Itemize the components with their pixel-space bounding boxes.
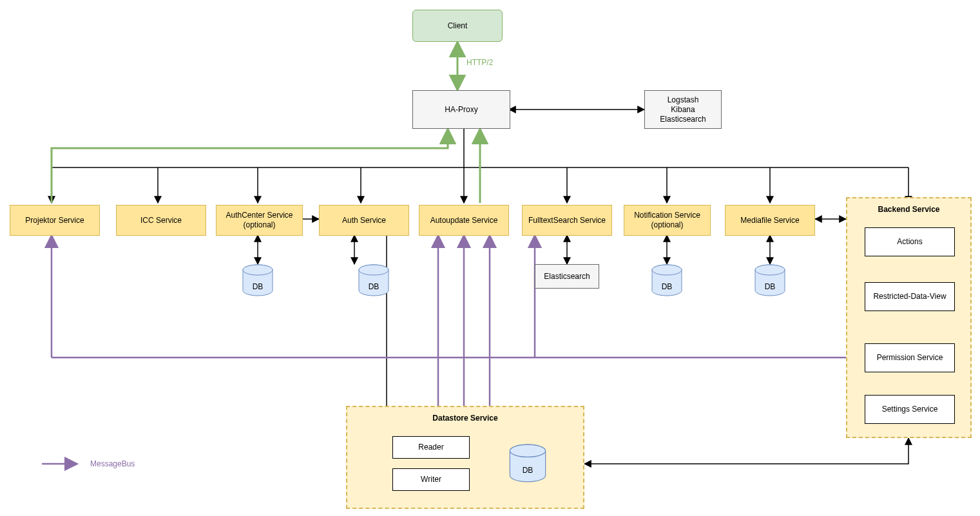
db-label: DB	[508, 466, 547, 475]
legend-messagebus: MessageBus	[90, 459, 135, 468]
db-label: DB	[754, 282, 786, 291]
backend-actions: Actions	[865, 227, 955, 256]
backend-restricted: Restricted-Data-View	[865, 282, 955, 311]
backend-restricted-label: Restricted-Data-View	[873, 292, 946, 301]
db-label: DB	[651, 282, 683, 291]
haproxy-label: HA-Proxy	[445, 105, 477, 115]
backend-title: Backend Service	[847, 205, 970, 214]
backend-actions-label: Actions	[897, 237, 922, 247]
elasticsearch-label: Elasticsearch	[544, 272, 590, 282]
notification-service: Notification Service (optional)	[624, 205, 711, 236]
reader-label: Reader	[418, 443, 443, 452]
notification-db: DB	[651, 264, 683, 300]
svg-point-39	[510, 444, 545, 457]
authcenter-db: DB	[242, 264, 274, 300]
db-label: DB	[242, 282, 274, 291]
fulltextsearch-service: FulltextSearch Service	[522, 205, 612, 236]
fulltext-label: FulltextSearch Service	[528, 216, 606, 225]
notification-label: Notification Service (optional)	[634, 211, 700, 230]
svg-point-31	[243, 265, 273, 275]
backend-service-container: Backend Service Actions Restricted-Data-…	[846, 197, 972, 438]
client-box: Client	[412, 10, 503, 42]
svg-point-37	[755, 265, 785, 275]
backend-settings-label: Settings Service	[882, 405, 938, 414]
icc-service: ICC Service	[116, 205, 206, 236]
mediafile-db: DB	[754, 264, 786, 300]
svg-point-33	[359, 265, 389, 275]
backend-permission: Permission Service	[865, 343, 955, 372]
datastore-container: Datastore Service Reader Writer DB	[346, 406, 584, 509]
auth-service: Auth Service	[319, 205, 409, 236]
authcenter-label: AuthCenter Service (optional)	[226, 211, 293, 230]
log-stack-box: Logstash Kibana Elasticsearch	[644, 90, 722, 129]
elasticsearch-box: Elasticsearch	[535, 264, 599, 289]
client-label: Client	[448, 21, 468, 31]
datastore-writer: Writer	[392, 468, 470, 491]
haproxy-box: HA-Proxy	[412, 90, 510, 129]
projektor-service: Projektor Service	[10, 205, 100, 236]
projektor-label: Projektor Service	[25, 216, 84, 225]
log-stack-label: Logstash Kibana Elasticsearch	[660, 95, 706, 124]
mediafile-label: Mediafile Service	[740, 216, 799, 225]
auth-db: DB	[358, 264, 390, 300]
backend-permission-label: Permission Service	[877, 353, 943, 363]
datastore-title: Datastore Service	[347, 414, 583, 423]
http2-label: HTTP/2	[466, 58, 493, 67]
auth-label: Auth Service	[342, 216, 386, 225]
datastore-db: DB	[508, 443, 547, 488]
db-label: DB	[358, 282, 390, 291]
autoupdate-label: Autoupdate Service	[430, 216, 498, 225]
authcenter-service: AuthCenter Service (optional)	[216, 205, 303, 236]
icc-label: ICC Service	[140, 216, 182, 225]
writer-label: Writer	[421, 475, 441, 484]
backend-settings: Settings Service	[865, 395, 955, 424]
mediafile-service: Mediafile Service	[725, 205, 815, 236]
svg-point-35	[652, 265, 682, 275]
datastore-reader: Reader	[392, 436, 470, 459]
autoupdate-service: Autoupdate Service	[419, 205, 509, 236]
